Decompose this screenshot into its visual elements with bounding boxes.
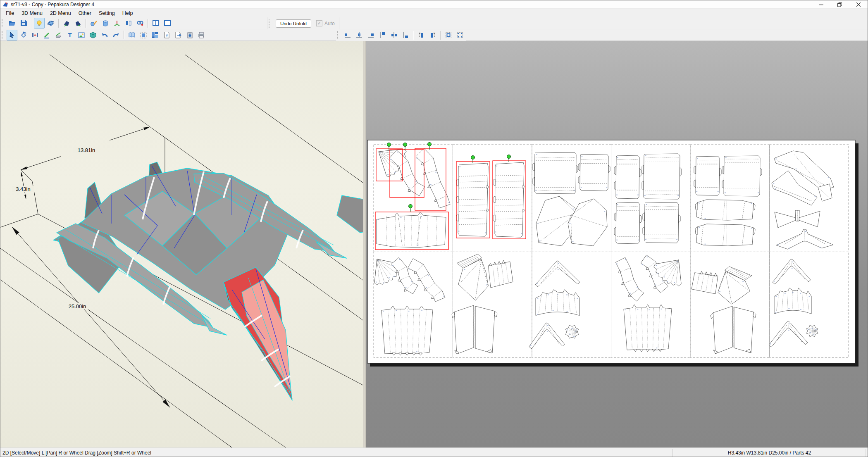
minimize-icon <box>819 2 823 7</box>
minimize-button[interactable] <box>812 0 830 9</box>
alignmid-icon <box>390 31 398 39</box>
part-pin[interactable] <box>507 155 511 159</box>
insert-image-button[interactable] <box>76 30 87 40</box>
auto-unfold-checkbox[interactable]: ✓ <box>316 20 322 26</box>
edit-mode-button[interactable] <box>88 18 99 29</box>
print-button[interactable] <box>196 30 207 40</box>
part-pin[interactable] <box>428 143 432 146</box>
rotate-ccw-button[interactable] <box>416 30 427 40</box>
rotate-part-button[interactable] <box>18 30 29 40</box>
copy-image-button[interactable] <box>184 30 195 40</box>
axis-icon <box>113 19 121 27</box>
part-pin[interactable] <box>409 205 413 208</box>
undo-unfold-button[interactable]: Undo Unfold <box>276 19 311 28</box>
undo-button[interactable] <box>99 30 110 40</box>
alignc-icon <box>355 31 363 39</box>
splitcyl-icon <box>125 19 132 27</box>
toggle-light-button[interactable] <box>34 18 45 29</box>
auto-layout-button[interactable] <box>150 30 160 40</box>
pagenum-icon: # <box>163 31 170 39</box>
distribute-parts-button[interactable] <box>30 30 41 40</box>
rotate-view-button[interactable] <box>45 18 56 29</box>
pack1-icon <box>445 31 452 39</box>
export-page-button[interactable] <box>173 30 184 40</box>
fold-preview-button[interactable] <box>126 30 137 40</box>
status-separator <box>865 449 866 457</box>
show-axis-button[interactable] <box>112 18 122 29</box>
clipboard-icon <box>186 31 193 39</box>
3d-viewport[interactable]: 13.81in 3.43in 25.00in <box>0 41 363 447</box>
knife-icon <box>55 31 62 39</box>
select-region-button[interactable] <box>138 30 149 40</box>
alignl-icon <box>344 31 351 39</box>
align-bottom-button[interactable] <box>400 30 411 40</box>
toolbar-separator <box>440 31 441 40</box>
part-pin[interactable] <box>403 143 407 147</box>
3d-model[interactable] <box>53 162 363 400</box>
toolbar-grip[interactable] <box>2 19 5 27</box>
align-right-button[interactable] <box>365 30 376 40</box>
status-bar: 2D [Select/Move] L [Pan] R or Wheel Drag… <box>0 447 868 457</box>
show-3d-button[interactable] <box>88 30 98 40</box>
layout-icon <box>151 31 159 39</box>
app-icon <box>2 2 8 7</box>
pack2-icon <box>456 31 464 39</box>
toolbar-grip[interactable] <box>269 19 272 28</box>
save-button[interactable] <box>18 18 29 29</box>
align-center-button[interactable] <box>354 30 365 40</box>
text-icon: T <box>66 31 74 39</box>
insert-text-button[interactable]: T <box>64 30 75 40</box>
toolbar-3d <box>0 17 868 29</box>
two-pane-layout-button[interactable] <box>150 18 161 29</box>
aligntop-icon <box>379 31 386 39</box>
pencyl-icon <box>90 19 98 27</box>
scatter-parts-button[interactable] <box>455 30 465 40</box>
rotate-model-right-button[interactable] <box>73 18 83 29</box>
solid-view-button[interactable] <box>100 18 111 29</box>
toolbar-separator <box>31 19 32 28</box>
toolbar-separator <box>86 19 86 28</box>
application-window: sr71-v3 - Copy - Pepakura Designer 4 Fil… <box>0 0 868 457</box>
pane-splitter[interactable] <box>363 41 366 447</box>
align-left-button[interactable] <box>342 30 353 40</box>
rotate-model-left-button[interactable] <box>61 18 72 29</box>
toolbar-grip[interactable] <box>337 31 340 39</box>
split-view-button[interactable] <box>123 18 134 29</box>
open-file-button[interactable] <box>7 18 17 29</box>
menu-other[interactable]: Other <box>75 10 95 17</box>
rotmodr-icon <box>74 19 82 27</box>
marquee-icon <box>140 31 147 39</box>
page-number-button[interactable]: # <box>161 30 172 40</box>
2d-viewport[interactable] <box>366 41 868 447</box>
unfold-toolbar: Undo Unfold ✓ Auto <box>267 17 339 29</box>
window-title: sr71-v3 - Copy - Pepakura Designer 4 <box>11 2 94 7</box>
svg-text:T: T <box>68 31 72 38</box>
pack-parts-button[interactable] <box>443 30 454 40</box>
close-button[interactable] <box>849 0 868 9</box>
width-dimension-label: 13.81in <box>78 147 95 153</box>
redo-button[interactable] <box>111 30 122 40</box>
title-bar: sr71-v3 - Copy - Pepakura Designer 4 <box>0 0 868 9</box>
toolbar-grip[interactable] <box>2 31 5 39</box>
pane2-icon <box>152 19 160 27</box>
sync-views-button[interactable] <box>135 18 145 29</box>
select-move-button[interactable] <box>7 30 17 40</box>
align-top-button[interactable] <box>377 30 388 40</box>
align-middle-button[interactable] <box>389 30 399 40</box>
draw-line-button[interactable] <box>41 30 52 40</box>
menu-help[interactable]: Help <box>119 10 137 17</box>
part-pin[interactable] <box>471 156 475 159</box>
menu-2d-menu[interactable]: 2D Menu <box>46 10 75 17</box>
menu-3d-menu[interactable]: 3D Menu <box>18 10 46 17</box>
close-icon <box>856 2 861 7</box>
menu-file[interactable]: File <box>2 10 18 17</box>
menu-setting[interactable]: Setting <box>95 10 119 17</box>
part-pin[interactable] <box>387 143 391 147</box>
print-icon <box>198 31 205 39</box>
single-pane-layout-button[interactable] <box>162 18 173 29</box>
divide-face-button[interactable] <box>53 30 64 40</box>
rotate-cw-button[interactable] <box>427 30 438 40</box>
toolbar-separator <box>413 31 414 40</box>
toolbar-separator <box>124 31 124 39</box>
restore-button[interactable] <box>830 0 849 9</box>
